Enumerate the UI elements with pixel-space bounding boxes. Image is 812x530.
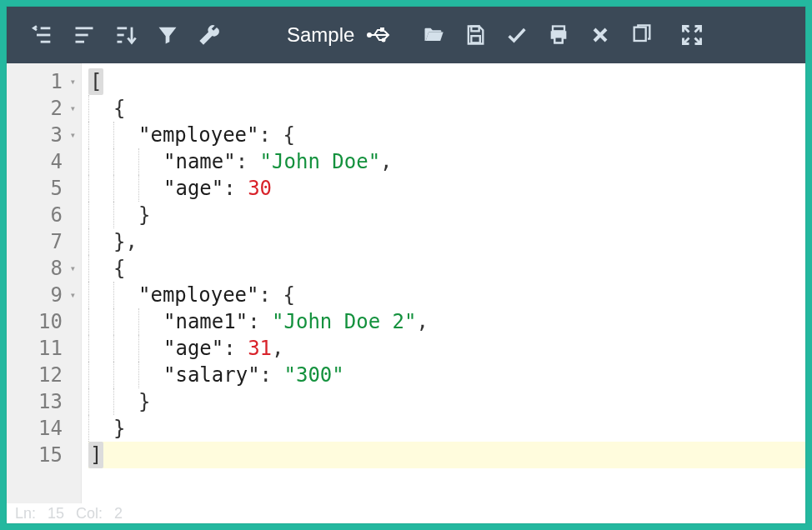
wrench-icon[interactable]: [188, 7, 230, 63]
line-gutter[interactable]: 1▾2▾3▾45678▾9▾101112131415: [7, 63, 82, 503]
svg-rect-20: [634, 28, 646, 41]
code-line[interactable]: }: [88, 388, 805, 415]
code-line[interactable]: [: [88, 68, 805, 95]
status-ln: 15: [48, 505, 64, 522]
status-col: 2: [114, 505, 123, 522]
code-line[interactable]: "age": 31,: [88, 335, 805, 362]
code-line[interactable]: "name": "John Doe",: [88, 148, 805, 175]
code-line[interactable]: "employee": {: [88, 282, 805, 308]
copy-icon[interactable]: [621, 7, 663, 63]
print-icon[interactable]: [538, 7, 579, 63]
gutter-line[interactable]: 14: [7, 415, 81, 442]
gutter-line[interactable]: 3▾: [7, 122, 81, 148]
gutter-line[interactable]: 8▾: [7, 255, 81, 282]
format-left-icon[interactable]: [22, 7, 63, 63]
gutter-line[interactable]: 4: [7, 148, 81, 175]
svg-rect-12: [381, 28, 383, 31]
sample-dropdown[interactable]: Sample: [263, 7, 399, 63]
gutter-line[interactable]: 11: [7, 335, 81, 362]
toolbar: Sample: [7, 7, 805, 63]
app-window: Sample 1▾2▾3▾45678▾9▾101112131415 [{"emp…: [7, 7, 805, 523]
svg-rect-15: [472, 36, 481, 42]
code-line[interactable]: "salary": "300": [88, 362, 805, 388]
align-left-icon[interactable]: [63, 7, 105, 63]
sort-icon[interactable]: [105, 7, 147, 63]
code-line[interactable]: }: [88, 415, 805, 442]
code-line[interactable]: },: [88, 228, 805, 255]
sample-label: Sample: [287, 23, 354, 47]
gutter-line[interactable]: 10: [7, 308, 81, 335]
gutter-line[interactable]: 7: [7, 228, 81, 255]
svg-rect-14: [472, 27, 479, 32]
status-col-label: Col:: [76, 505, 103, 522]
code-line[interactable]: {: [88, 95, 805, 122]
save-icon[interactable]: [454, 7, 496, 63]
gutter-line[interactable]: 2▾: [7, 95, 81, 122]
usb-icon: [366, 26, 391, 44]
code-line[interactable]: "employee": {: [88, 122, 805, 148]
code-line[interactable]: "name1": "John Doe 2",: [88, 308, 805, 335]
svg-rect-16: [553, 27, 564, 32]
code-area[interactable]: [{"employee": {"name": "John Doe","age":…: [82, 63, 805, 503]
status-ln-label: Ln:: [15, 505, 36, 522]
gutter-line[interactable]: 9▾: [7, 282, 81, 308]
code-line[interactable]: ]: [88, 442, 805, 468]
gutter-line[interactable]: 12: [7, 362, 81, 388]
code-line[interactable]: }: [88, 202, 805, 228]
filter-icon[interactable]: [147, 7, 188, 63]
gutter-line[interactable]: 13: [7, 388, 81, 415]
code-line[interactable]: {: [88, 255, 805, 282]
close-icon[interactable]: [579, 7, 621, 63]
status-bar: Ln: 15 Col: 2: [7, 503, 805, 523]
svg-rect-17: [555, 37, 563, 42]
gutter-line[interactable]: 6: [7, 202, 81, 228]
svg-point-11: [368, 33, 371, 37]
fullscreen-icon[interactable]: [671, 7, 713, 63]
gutter-line[interactable]: 1▾: [7, 68, 81, 95]
gutter-line[interactable]: 5: [7, 175, 81, 202]
svg-point-13: [383, 39, 385, 42]
editor[interactable]: 1▾2▾3▾45678▾9▾101112131415 [{"employee":…: [7, 63, 805, 503]
code-line[interactable]: "age": 30: [88, 175, 805, 202]
check-icon[interactable]: [496, 7, 538, 63]
gutter-line[interactable]: 15: [7, 442, 81, 468]
open-folder-icon[interactable]: [413, 7, 454, 63]
